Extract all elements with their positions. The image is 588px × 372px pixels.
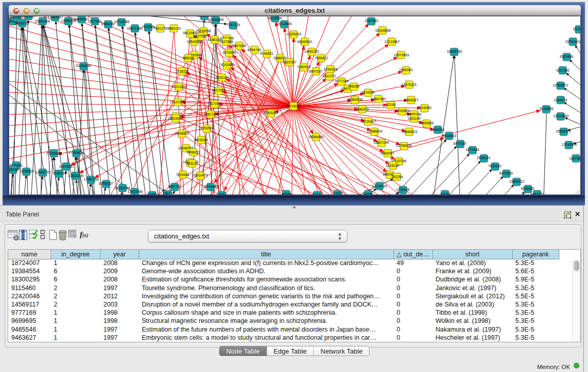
- svg-text:10655287: 10655287: [74, 17, 89, 21]
- svg-text:5498222: 5498222: [187, 150, 201, 154]
- svg-text:15720407: 15720407: [361, 120, 376, 123]
- svg-text:1167553: 1167553: [569, 157, 581, 160]
- svg-text:17364: 17364: [217, 193, 227, 195]
- svg-text:16232591: 16232591: [197, 16, 212, 17]
- svg-text:10973493: 10973493: [394, 53, 409, 57]
- svg-text:1588520: 1588520: [273, 56, 287, 60]
- svg-text:5938923: 5938923: [443, 134, 456, 138]
- svg-text:10975887: 10975887: [59, 165, 74, 168]
- svg-text:10543952: 10543952: [187, 40, 202, 43]
- svg-text:17359924: 17359924: [69, 151, 84, 155]
- svg-text:955217: 955217: [187, 162, 199, 165]
- svg-text:15716485: 15716485: [203, 185, 219, 188]
- svg-text:10958107: 10958107: [98, 182, 114, 185]
- svg-text:19614033: 19614033: [168, 117, 183, 120]
- svg-text:3675685: 3675685: [223, 51, 236, 54]
- svg-text:10446: 10446: [313, 193, 322, 195]
- svg-text:12942737: 12942737: [35, 170, 51, 174]
- svg-text:10654112: 10654112: [509, 180, 525, 183]
- svg-text:10210643: 10210643: [553, 114, 569, 118]
- svg-text:1733426: 1733426: [396, 188, 410, 191]
- svg-text:17016504: 17016504: [561, 143, 577, 146]
- svg-text:8860124: 8860124: [167, 27, 181, 30]
- svg-text:939159: 939159: [9, 168, 19, 171]
- svg-text:82671: 82671: [163, 192, 172, 195]
- svg-text:92450: 92450: [147, 193, 157, 195]
- svg-text:92450: 92450: [441, 192, 450, 195]
- svg-text:20206535: 20206535: [46, 151, 61, 155]
- svg-text:17033: 17033: [333, 192, 343, 195]
- svg-text:10025458: 10025458: [395, 109, 410, 113]
- svg-text:10719185: 10719185: [114, 20, 129, 24]
- svg-text:8454749: 8454749: [248, 48, 262, 52]
- svg-text:1151149: 1151149: [407, 117, 421, 120]
- svg-text:317006: 317006: [209, 102, 221, 105]
- svg-text:252254: 252254: [391, 175, 403, 179]
- svg-text:16914479: 16914479: [192, 173, 208, 177]
- svg-text:9857791: 9857791: [168, 185, 182, 188]
- svg-text:12505135: 12505135: [68, 174, 83, 178]
- svg-text:1615132: 1615132: [386, 164, 400, 167]
- svg-text:1640954: 1640954: [431, 128, 445, 132]
- svg-text:5822037: 5822037: [283, 60, 297, 64]
- svg-text:9146821: 9146821: [260, 52, 274, 55]
- svg-text:9827505: 9827505: [193, 34, 207, 38]
- svg-text:10807487: 10807487: [371, 97, 386, 101]
- svg-text:18807249: 18807249: [374, 141, 389, 144]
- svg-text:8471626: 8471626: [499, 171, 513, 175]
- svg-text:16033809: 16033809: [208, 18, 224, 21]
- svg-text:8878334: 8878334: [194, 138, 208, 142]
- svg-text:2087682: 2087682: [365, 19, 379, 23]
- svg-text:19756928: 19756928: [396, 144, 411, 147]
- svg-text:9327508: 9327508: [220, 40, 233, 43]
- svg-text:1874444: 1874444: [466, 148, 480, 151]
- svg-text:9329966: 9329966: [560, 55, 574, 58]
- svg-text:15751074: 15751074: [565, 40, 580, 43]
- svg-text:1621072: 1621072: [322, 74, 336, 78]
- svg-text:19654923: 19654923: [402, 130, 417, 134]
- svg-text:12093872: 12093872: [553, 83, 568, 87]
- svg-text:96996: 96996: [282, 192, 292, 195]
- svg-text:12975115: 12975115: [401, 83, 417, 86]
- svg-text:16154838: 16154838: [375, 29, 390, 32]
- svg-text:1527602: 1527602: [88, 19, 102, 23]
- svg-text:2718176: 2718176: [176, 70, 189, 73]
- svg-text:5215955: 5215955: [540, 107, 554, 111]
- svg-text:15692971: 15692971: [556, 129, 571, 133]
- svg-text:7632621: 7632621: [488, 164, 502, 168]
- svg-text:16640910: 16640910: [297, 40, 312, 43]
- svg-text:16648784: 16648784: [447, 50, 462, 53]
- svg-text:14136141: 14136141: [372, 184, 387, 188]
- svg-text:9777169: 9777169: [335, 79, 349, 83]
- svg-text:11325419: 11325419: [286, 32, 301, 36]
- svg-text:1145194: 1145194: [53, 171, 66, 175]
- svg-text:16782759: 16782759: [115, 186, 130, 190]
- svg-text:12213967: 12213967: [384, 40, 400, 43]
- svg-text:9084067: 9084067: [381, 151, 395, 155]
- svg-text:9245652: 9245652: [521, 187, 535, 190]
- svg-text:11353594: 11353594: [199, 126, 214, 130]
- svg-text:19384554: 19384554: [308, 135, 323, 139]
- svg-text:2935114: 2935114: [477, 156, 490, 160]
- svg-text:2867608: 2867608: [232, 44, 246, 48]
- svg-text:9242848: 9242848: [221, 63, 234, 67]
- svg-text:11156829: 11156829: [19, 169, 34, 173]
- svg-text:3824554: 3824554: [361, 91, 375, 94]
- svg-text:20053346: 20053346: [76, 64, 91, 68]
- svg-text:14961291: 14961291: [304, 50, 319, 53]
- svg-text:7625402: 7625402: [176, 173, 190, 177]
- svg-text:8267130: 8267130: [204, 113, 218, 116]
- svg-text:12213369: 12213369: [171, 85, 187, 89]
- svg-text:7357224: 7357224: [227, 23, 241, 27]
- svg-text:8997537: 8997537: [309, 70, 323, 73]
- svg-text:9899695: 9899695: [420, 121, 434, 125]
- svg-text:20691406: 20691406: [35, 19, 50, 23]
- svg-text:10107554: 10107554: [170, 100, 185, 104]
- svg-text:8427552: 8427552: [212, 89, 226, 92]
- svg-text:7661276: 7661276: [154, 27, 167, 30]
- svg-text:25300285: 25300285: [263, 111, 278, 115]
- svg-text:14055717: 14055717: [14, 21, 30, 25]
- svg-text:2803144: 2803144: [215, 76, 229, 79]
- svg-text:1112853: 1112853: [573, 27, 581, 31]
- svg-text:6479197: 6479197: [453, 142, 467, 145]
